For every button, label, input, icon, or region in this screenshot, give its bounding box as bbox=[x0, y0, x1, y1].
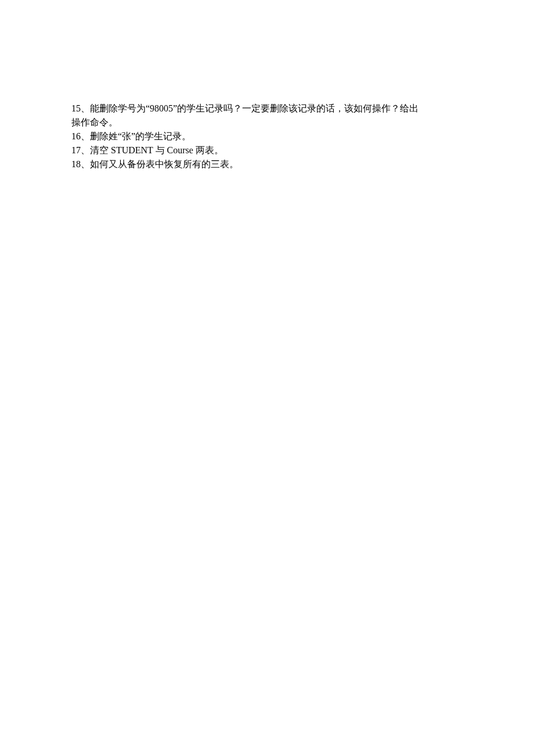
question-15-line2: 操作命令。 bbox=[71, 116, 463, 129]
question-18: 18、如何又从备份表中恢复所有的三表。 bbox=[71, 157, 463, 171]
question-15-line1: 15、能删除学号为“98005”的学生记录吗？一定要删除该记录的话，该如何操作？… bbox=[71, 102, 463, 116]
question-17: 17、清空 STUDENT 与 Course 两表。 bbox=[71, 143, 463, 157]
document-content: 15、能删除学号为“98005”的学生记录吗？一定要删除该记录的话，该如何操作？… bbox=[71, 102, 463, 171]
question-16: 16、删除姓“张”的学生记录。 bbox=[71, 129, 463, 143]
